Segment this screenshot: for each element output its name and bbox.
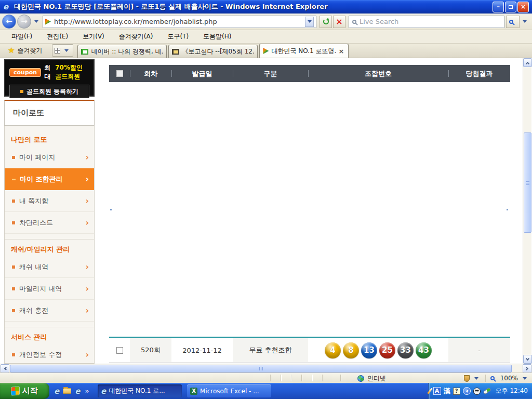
row-round-cell: 520회 (130, 338, 171, 362)
antivirus-pill-icon[interactable] (483, 387, 491, 394)
tray-collapse-button[interactable] (463, 387, 471, 395)
menu-item-3[interactable]: 즐겨찾기(A) (112, 31, 161, 43)
back-button[interactable]: ← (2, 15, 16, 29)
panel-title-text: 마이로또 (13, 108, 44, 118)
forward-button[interactable]: → (17, 15, 31, 29)
address-dropdown-button[interactable] (305, 17, 314, 27)
quick-tabs-grid-icon (55, 48, 60, 54)
scroll-right-button[interactable] (523, 364, 531, 373)
row-numbers-cell: 4813253343 (308, 338, 448, 362)
horizontal-scrollbar[interactable] (0, 364, 532, 373)
quicklaunch-overflow-icon[interactable]: » (85, 387, 89, 395)
table-row: 520회2012-11-12무료 추천조합4813253343- (109, 338, 510, 363)
lotto-ball: 4 (325, 342, 341, 358)
address-field[interactable]: http://www.lottoplay.co.kr/member/johabl… (43, 16, 316, 28)
favorites-button[interactable]: ★ 즐겨찾기 (2, 44, 48, 57)
start-button[interactable]: 시작 (0, 383, 49, 399)
ime-hanja-indicator[interactable]: 漢 (444, 387, 450, 396)
chevron-right-icon: › (86, 175, 89, 184)
search-options-button[interactable] (520, 16, 530, 28)
chevron-right-icon: › (86, 350, 89, 360)
ie-quicklaunch-icon[interactable]: e (54, 387, 59, 396)
sidebar-item[interactable]: 캐쉬 충전› (5, 300, 94, 322)
stop-button[interactable]: × (333, 16, 345, 28)
sidebar-item[interactable]: 개인정보 수정› (5, 344, 94, 364)
horizontal-scroll-thumb[interactable] (10, 365, 512, 373)
sidebar-item-label: 개인정보 수정 (19, 350, 86, 360)
folder-icon[interactable] (63, 388, 71, 394)
ie-icon: e (101, 387, 106, 396)
naver-icon (81, 49, 88, 55)
section-divider (5, 239, 94, 240)
sidebar-item[interactable]: 내 쪽지함› (5, 190, 94, 212)
system-tray: A 漢 ? 오후 12:40 (428, 383, 532, 399)
zoom-level: 100% (500, 375, 518, 382)
scroll-left-button[interactable] (1, 364, 9, 373)
zoom-dropdown-icon[interactable] (523, 377, 527, 380)
chevron-down-icon (523, 20, 527, 23)
bullet-icon (12, 156, 15, 159)
status-divider (291, 375, 291, 381)
internet-zone-icon (357, 375, 364, 382)
refresh-button[interactable] (320, 16, 332, 28)
minimize-button[interactable]: – (493, 2, 504, 12)
menu-bar: 파일(F)편집(E)보기(V)즐겨찾기(A)도구(T)도움말(H) (0, 30, 532, 44)
history-dropdown-icon[interactable] (34, 20, 38, 23)
security-zone: 인터넷 (357, 373, 386, 383)
address-toolbar: ← → http://www.lottoplay.co.kr/member/jo… (0, 14, 532, 30)
menu-item-0[interactable]: 파일(F) (4, 31, 39, 43)
sidebar-item-label: 캐쉬 충전 (19, 306, 86, 315)
row-checkbox[interactable] (116, 347, 123, 354)
chevron-down-icon[interactable] (474, 377, 478, 380)
sidebar-item-label: 차단리스트 (19, 218, 86, 228)
close-button[interactable]: × (517, 2, 529, 12)
scroll-up-button[interactable] (523, 58, 532, 67)
star-icon: ★ (8, 46, 15, 55)
refresh-icon (323, 19, 329, 24)
scroll-down-button[interactable] (523, 355, 532, 364)
ie-quicklaunch-icon[interactable]: e (75, 387, 80, 396)
tab-1[interactable]: 《보고싶다 --[제05회 12... (168, 45, 258, 58)
sidebar-menu: 나만의 로또마이 페이지›마이 조합관리›내 쪽지함›차단리스트›캐쉬/마일리지… (4, 126, 95, 364)
taskbar-task-1[interactable]: XMicrosoft Excel - ... (187, 384, 271, 397)
ime-pen-icon[interactable] (427, 388, 433, 394)
vertical-scrollbar[interactable] (523, 58, 531, 364)
select-all-checkbox[interactable] (116, 70, 123, 77)
sidebar-item[interactable]: 캐쉬 내역› (5, 256, 94, 278)
chevron-left-icon (466, 390, 469, 393)
sidebar-item[interactable]: 마일리지 내역› (5, 278, 94, 300)
sidebar-item[interactable]: 마이 조합관리› (5, 168, 94, 190)
search-input[interactable]: Live Search (349, 16, 504, 28)
chevron-right-icon: › (86, 218, 89, 228)
status-bar: 인터넷 100% (0, 373, 532, 383)
menu-item-5[interactable]: 도움말(H) (196, 31, 238, 43)
taskbar-task-0[interactable]: e대한민국 NO.1 로... (98, 384, 182, 397)
sidebar-item[interactable]: 차단리스트› (5, 212, 94, 234)
tab-2[interactable]: 대한민국 NO.1 로또명...× (259, 44, 349, 58)
chevron-right-icon: › (86, 306, 89, 315)
messenger-tray-icon[interactable] (473, 388, 481, 395)
gold-member-coupon-banner[interactable]: coupon 최대 70%할인 골드회원 골드회원 등록하기 (4, 59, 95, 97)
gold-member-signup-button[interactable]: 골드회원 등록하기 (9, 85, 89, 98)
lotto-ball: 25 (379, 342, 395, 358)
vertical-scroll-thumb[interactable] (524, 132, 531, 233)
menu-item-2[interactable]: 보기(V) (75, 31, 112, 43)
row-date-cell: 2012-11-12 (171, 338, 233, 362)
ime-help-icon[interactable]: ? (453, 388, 460, 395)
status-divider (281, 375, 281, 381)
close-tab-icon[interactable]: × (338, 47, 345, 55)
tab-0[interactable]: 네이버 :: 나의 경쟁력, 네... (77, 45, 167, 58)
bullet-icon (12, 309, 15, 312)
chevron-up-icon (526, 61, 529, 65)
restore-button[interactable] (505, 2, 516, 12)
ie-window: e 대한민국 NO.1 로또명당 [로또플레이] - 로또1등 실제 배출사이트… (0, 0, 532, 399)
header-cell-3: 조합번호 (308, 65, 448, 82)
sidebar-item[interactable]: 마이 페이지› (5, 147, 94, 168)
search-go-button[interactable] (506, 16, 520, 28)
menu-item-1[interactable]: 편집(E) (39, 31, 75, 43)
menu-item-4[interactable]: 도구(T) (160, 31, 196, 43)
row-select-cell (109, 338, 130, 362)
ime-language-indicator[interactable]: A (433, 387, 441, 395)
quick-tabs-button[interactable] (52, 44, 73, 57)
header-cell-4: 당첨결과 (448, 65, 510, 82)
